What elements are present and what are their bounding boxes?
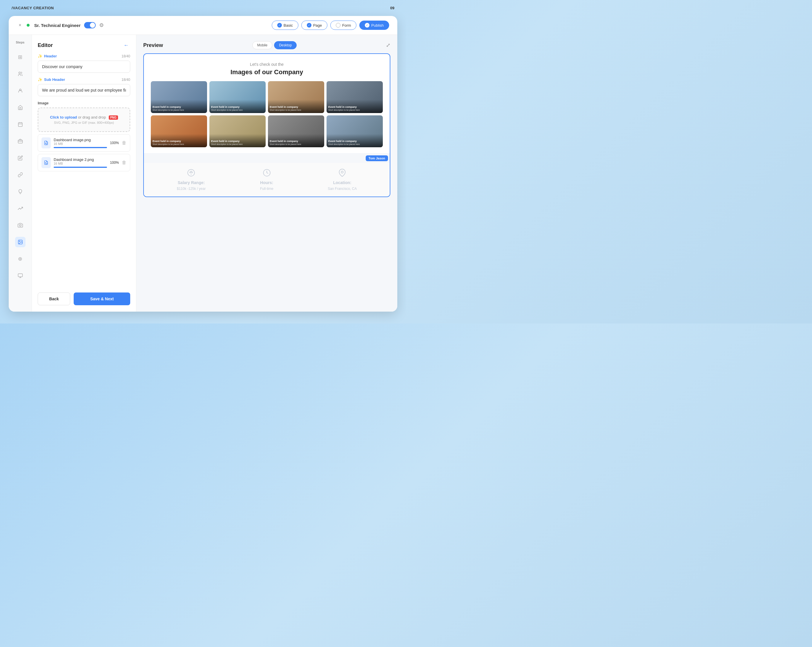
image-card-desc-7: Short description to be placed here	[270, 143, 322, 146]
step-icon-link[interactable]	[15, 170, 26, 180]
file-icon-1	[41, 137, 51, 148]
save-next-button[interactable]: Save & Next	[74, 292, 130, 305]
salary-value: $110k -125k / year	[177, 187, 206, 191]
stat-location: Location: San Francisco, CA	[328, 169, 357, 191]
file-info-1: Dashboard image.png 16 MB	[53, 138, 107, 148]
image-grid-row2: Event held in company Short description …	[151, 116, 383, 147]
file-icon-2	[41, 157, 51, 168]
job-title: Sr. Technical Engineer	[34, 23, 81, 28]
svg-point-8	[20, 225, 21, 226]
back-arrow-button[interactable]: ←	[122, 41, 130, 49]
subheader-input[interactable]	[38, 84, 130, 96]
image-card-1: Event held in company Short description …	[151, 81, 207, 113]
step-icon-building[interactable]	[15, 102, 26, 113]
close-button[interactable]: ×	[17, 22, 23, 28]
location-label: Location:	[333, 180, 351, 185]
stat-salary: Salary Range: $110k -125k / year	[177, 169, 206, 191]
step-icon-edit[interactable]	[15, 153, 26, 163]
image-card-title-5: Event held in company	[153, 140, 205, 143]
user-badge: Tom Jason	[366, 155, 388, 161]
file-size-2: 16 MB	[53, 162, 107, 165]
step-icon-camera[interactable]	[15, 220, 26, 230]
form-nav-button[interactable]: Form	[330, 21, 356, 30]
image-grid-row1: Event held in company Short description …	[151, 81, 383, 113]
file-percent-1: 100%	[110, 141, 119, 145]
main-card: × Sr. Technical Engineer ⚙ ✓ Basic ✓ Pag…	[9, 16, 397, 312]
step-icon-chart[interactable]	[15, 203, 26, 214]
stat-hours: Hours: Full-time	[260, 169, 273, 191]
step-icon-user[interactable]	[15, 85, 26, 96]
file-type-badge: PNG	[109, 116, 118, 120]
page-number: 09	[390, 6, 394, 10]
image-label: Image	[38, 101, 130, 105]
image-overlay-8: Event held in company Short description …	[327, 134, 383, 147]
header-label-icon: ✨	[38, 54, 42, 58]
image-card-title-3: Event held in company	[270, 105, 322, 109]
image-card-desc-6: Short description to be placed here	[211, 143, 264, 146]
subheader-label-row: ✨ Sub Header 18/40	[38, 78, 130, 82]
image-overlay-6: Event held in company Short description …	[209, 134, 266, 147]
step-icon-calendar[interactable]	[15, 119, 26, 129]
image-overlay-3: Event held in company Short description …	[268, 100, 324, 113]
step-icon-users[interactable]	[15, 69, 26, 79]
step-icon-plus[interactable]: ⊕	[15, 254, 26, 264]
check-icon: ✓	[365, 23, 369, 27]
file-name-2: Dashboard image 2.png	[53, 157, 107, 162]
image-card-desc-2: Short description to be placed here	[211, 109, 264, 111]
salary-icon	[187, 169, 195, 178]
page-title: /VACANCY CREATION	[12, 6, 54, 10]
image-card-desc-5: Short description to be placed here	[153, 143, 205, 146]
toggle-switch[interactable]	[84, 22, 96, 28]
page-nav-button[interactable]: ✓ Page	[301, 21, 327, 30]
step-icon-layout[interactable]: ⊞	[15, 52, 26, 62]
hours-value: Full-time	[260, 187, 273, 191]
step-icon-briefcase[interactable]	[15, 136, 26, 146]
image-card-desc-8: Short description to be placed here	[328, 143, 381, 146]
desktop-view-button[interactable]: Desktop	[274, 41, 297, 49]
subheader-char-count: 18/40	[122, 78, 130, 82]
gear-icon[interactable]: ⚙	[99, 22, 104, 28]
status-dot	[27, 24, 30, 27]
editor-actions: Back Save & Next	[38, 289, 130, 305]
image-card-desc-1: Short description to be placed here	[153, 109, 205, 111]
image-overlay-1: Event held in company Short description …	[151, 100, 207, 113]
preview-panel: Preview Mobile Desktop ⤢ Let's check out…	[136, 35, 397, 312]
image-overlay-2: Event held in company Short description …	[209, 100, 266, 113]
empty-check-icon	[336, 23, 340, 27]
basic-nav-button[interactable]: ✓ Basic	[272, 21, 298, 30]
image-card-7: Event held in company Short description …	[268, 116, 324, 147]
image-section: Image Click to upload or drag and drop P…	[38, 101, 130, 171]
step-icon-images[interactable]	[15, 237, 26, 247]
file-delete-2[interactable]: 🗑	[122, 160, 127, 165]
svg-point-0	[18, 72, 20, 74]
svg-rect-6	[18, 140, 22, 143]
preview-title: Preview	[143, 42, 163, 49]
header-input[interactable]	[38, 61, 130, 73]
svg-point-15	[45, 163, 46, 163]
publish-button[interactable]: ✓ Publish	[359, 21, 389, 30]
file-delete-1[interactable]: 🗑	[122, 140, 127, 146]
expand-icon[interactable]: ⤢	[386, 42, 390, 49]
back-button[interactable]: Back	[38, 292, 70, 305]
upload-link[interactable]: Click to upload	[50, 115, 77, 119]
editor-panel: Editor ← ✨ Header 18/40 ✨	[32, 35, 136, 312]
header-bar: × Sr. Technical Engineer ⚙ ✓ Basic ✓ Pag…	[9, 16, 397, 35]
bottom-stats: Salary Range: $110k -125k / year Hours: …	[144, 163, 390, 196]
image-card-title-1: Event held in company	[153, 105, 205, 109]
image-card-title-2: Event held in company	[211, 105, 264, 109]
hours-icon	[263, 169, 271, 178]
svg-point-14	[45, 143, 46, 144]
image-card-3: Event held in company Short description …	[268, 81, 324, 113]
header-char-count: 18/40	[122, 54, 130, 58]
step-icon-bulb[interactable]	[15, 186, 26, 197]
mobile-view-button[interactable]: Mobile	[252, 41, 272, 49]
header-field-section: ✨ Header 18/40	[38, 54, 130, 73]
step-icon-monitor[interactable]	[15, 271, 26, 281]
header-field-label: ✨ Header	[38, 54, 57, 58]
ci-title: Images of our Company	[151, 69, 383, 76]
ci-subtitle: Let's check out the	[151, 62, 383, 67]
content-area: Steps ⊞	[9, 35, 397, 312]
image-card-8: Event held in company Short description …	[327, 116, 383, 147]
header-label-row: ✨ Header 18/40	[38, 54, 130, 58]
upload-area[interactable]: Click to upload or drag and drop PNG SVG…	[38, 108, 130, 132]
